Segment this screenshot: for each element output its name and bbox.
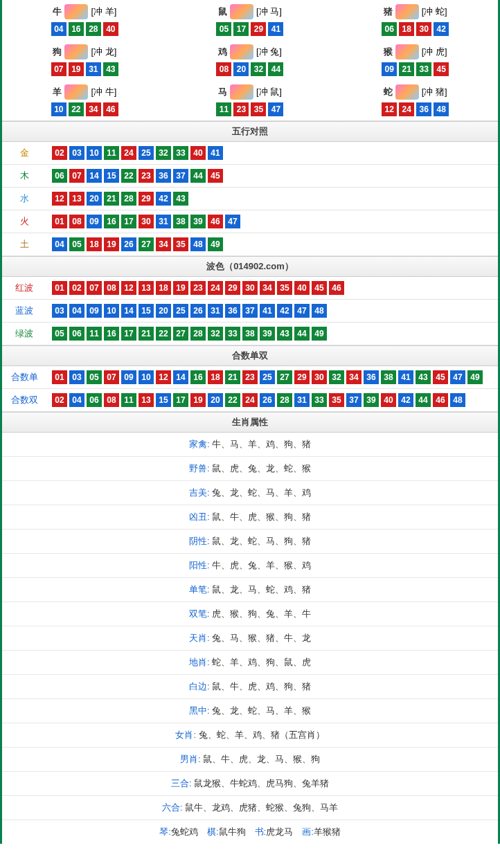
attr-label: 单笔:: [189, 584, 212, 595]
zodiac-chong: [冲 龙]: [91, 46, 116, 58]
number-ball: 19: [69, 62, 84, 76]
zodiac-cell: 羊[冲 牛]10223446: [2, 80, 168, 120]
number-ball: 25: [173, 304, 188, 318]
number-ball: 44: [416, 393, 431, 407]
number-ball: 33: [312, 393, 327, 407]
number-ball: 47: [294, 304, 310, 318]
number-ball: 16: [104, 327, 119, 341]
attr-value: 鼠、龙、蛇、马、狗、猪: [212, 536, 311, 546]
attr-value: 兔、龙、蛇、马、羊、猴: [212, 705, 311, 716]
number-ball: 09: [382, 62, 397, 76]
attr-value: 鼠、龙、马、蛇、鸡、猪: [212, 584, 311, 595]
number-ball: 47: [268, 102, 283, 116]
attr-row: 单笔: 鼠、龙、马、蛇、鸡、猪: [2, 578, 498, 602]
number-ball: 28: [86, 22, 101, 36]
number-ball: 04: [69, 393, 84, 407]
number-ball: 05: [52, 327, 67, 341]
attr-label: 白边:: [189, 681, 212, 691]
number-ball: 26: [260, 393, 275, 407]
number-ball: 07: [51, 62, 66, 76]
number-ball: 23: [233, 102, 249, 116]
row-key: 合数单: [2, 366, 46, 389]
number-ball: 39: [260, 327, 275, 341]
wuxing-header: 五行对照: [2, 121, 498, 142]
zodiac-name: 鸡: [218, 46, 227, 58]
heshu-table: 合数单0103050709101214161821232527293032343…: [2, 366, 498, 412]
number-ball: 12: [121, 281, 136, 295]
number-ball: 19: [173, 281, 188, 295]
number-ball: 35: [173, 237, 188, 251]
zodiac-name: 马: [218, 86, 227, 98]
number-ball: 08: [104, 281, 119, 295]
number-ball: 14: [87, 169, 102, 183]
attr-value: 鼠、牛、虎、猴、狗、猪: [212, 512, 311, 522]
attr-row: 阴性: 鼠、龙、蛇、马、狗、猪: [2, 530, 498, 554]
zodiac-icon: [64, 4, 88, 19]
number-ball: 04: [69, 304, 84, 318]
number-ball: 09: [87, 215, 102, 228]
number-ball: 43: [103, 62, 118, 76]
number-ball: 25: [260, 370, 275, 384]
number-ball: 17: [121, 215, 136, 228]
row-key: 蓝波: [2, 300, 46, 323]
number-ball: 05: [87, 370, 102, 384]
attributes-list: 家禽: 牛、马、羊、鸡、狗、猪野兽: 鼠、虎、兔、龙、蛇、猴吉美: 兔、龙、蛇、…: [2, 433, 498, 820]
number-ball: 24: [399, 102, 414, 116]
number-ball: 48: [450, 393, 465, 407]
number-ball: 40: [103, 22, 118, 36]
number-ball: 22: [156, 327, 171, 341]
number-ball: 36: [156, 169, 171, 183]
attr-value: 兔、蛇、羊、鸡、猪（五宫肖）: [199, 730, 325, 740]
number-ball: 11: [121, 393, 136, 407]
number-ball: 16: [190, 370, 206, 384]
number-ball: 15: [139, 304, 154, 318]
number-ball: 42: [277, 304, 292, 318]
shengxiao-header: 生肖属性: [2, 412, 498, 433]
table-row: 水1213202128294243: [2, 188, 498, 210]
number-ball: 19: [104, 237, 119, 251]
number-ball: 44: [268, 62, 283, 76]
number-ball: 03: [69, 370, 84, 384]
table-row: 土04051819262734354849: [2, 233, 498, 256]
attr-value: 虎、猴、狗、兔、羊、牛: [212, 608, 311, 619]
row-key: 水: [2, 188, 46, 210]
number-ball: 48: [190, 237, 206, 251]
number-ball: 27: [173, 327, 188, 341]
row-nums: 0108091617303138394647: [46, 210, 498, 233]
number-ball: 12: [382, 102, 397, 116]
number-ball: 37: [242, 304, 258, 318]
wuxing-table: 金02031011242532334041木060714152223363744…: [2, 142, 498, 256]
number-ball: 07: [104, 370, 119, 384]
row-nums: 05061116172122272832333839434449: [46, 323, 498, 345]
row-nums: 02031011242532334041: [46, 142, 498, 165]
number-ball: 02: [52, 393, 67, 407]
number-ball: 24: [242, 393, 258, 407]
heshu-header: 合数单双: [2, 345, 498, 366]
number-ball: 28: [277, 393, 292, 407]
number-ball: 28: [190, 327, 206, 341]
number-ball: 19: [190, 393, 206, 407]
number-ball: 16: [104, 215, 119, 228]
number-ball: 48: [312, 304, 327, 318]
number-ball: 42: [156, 192, 171, 206]
attr-value: 鼠、虎、兔、龙、蛇、猴: [212, 463, 311, 473]
number-ball: 45: [433, 370, 448, 384]
number-ball: 20: [208, 393, 223, 407]
number-ball: 46: [103, 102, 118, 116]
number-ball: 46: [208, 215, 223, 228]
attr-row: 家禽: 牛、马、羊、鸡、狗、猪: [2, 433, 498, 457]
number-ball: 35: [329, 393, 344, 407]
row-key: 合数双: [2, 389, 46, 412]
attr-label: 吉美:: [189, 487, 212, 498]
number-ball: 49: [312, 327, 327, 341]
number-ball: 06: [69, 327, 84, 341]
zodiac-cell: 马[冲 鼠]11233547: [168, 80, 333, 120]
number-ball: 22: [69, 102, 84, 116]
number-ball: 03: [52, 304, 67, 318]
zodiac-name: 羊: [53, 86, 62, 98]
attr-label: 男肖:: [180, 754, 203, 764]
footer-label: 画:: [302, 826, 314, 837]
number-ball: 44: [190, 169, 206, 183]
attr-label: 三合:: [171, 778, 194, 788]
attr-value: 鼠龙猴、牛蛇鸡、虎马狗、兔羊猪: [194, 778, 329, 788]
